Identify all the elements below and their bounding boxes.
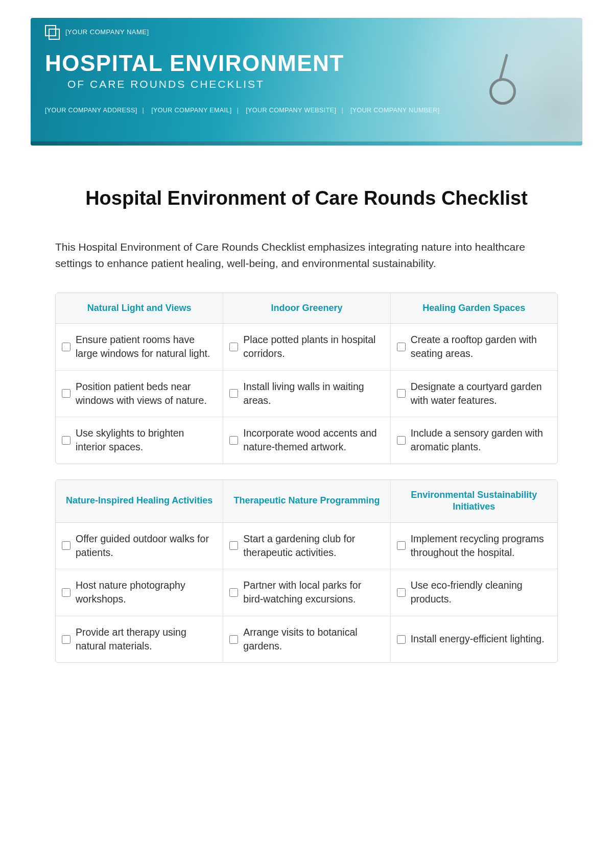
checklist-item-text: Partner with local parks for bird-watchi… (243, 578, 383, 607)
contact-website: [YOUR COMPANY WEBSITE] (246, 107, 336, 114)
checklist-item-text: Offer guided outdoor walks for patients. (76, 532, 216, 560)
checklist-item-text: Designate a courtyard garden with water … (411, 380, 550, 408)
column-header: Indoor Greenery (223, 293, 390, 324)
document-page: [YOUR COMPANY NAME] HOSPITAL ENVIRONMENT… (0, 0, 613, 709)
header-banner: [YOUR COMPANY NAME] HOSPITAL ENVIRONMENT… (31, 18, 582, 146)
checklist-checkbox[interactable] (229, 436, 238, 445)
checklist-checkbox[interactable] (397, 389, 406, 398)
checklist-item-text: Use eco-friendly cleaning products. (411, 578, 550, 607)
table-row: Offer guided outdoor walks for patients.… (56, 523, 557, 570)
contact-email: [YOUR COMPANY EMAIL] (151, 107, 232, 114)
checklist-item-text: Include a sensory garden with aromatic p… (411, 426, 550, 454)
intro-paragraph: This Hospital Environment of Care Rounds… (55, 239, 558, 272)
column-header: Nature-Inspired Healing Activities (56, 480, 223, 523)
page-title: Hospital Environment of Care Rounds Chec… (55, 186, 558, 211)
checklist-checkbox[interactable] (62, 389, 70, 398)
table-header-row: Natural Light and Views Indoor Greenery … (56, 293, 557, 324)
checklist-item-text: Incorporate wood accents and nature-them… (243, 426, 383, 454)
document-body: Hospital Environment of Care Rounds Chec… (31, 151, 582, 663)
checklist-item-text: Use skylights to brighten interior space… (76, 426, 216, 454)
checklist-checkbox[interactable] (62, 541, 70, 550)
checklist-table-1: Natural Light and Views Indoor Greenery … (55, 293, 558, 464)
contact-address: [YOUR COMPANY ADDRESS] (45, 107, 137, 114)
checklist-checkbox[interactable] (397, 635, 406, 644)
checklist-item-text: Provide art therapy using natural materi… (76, 625, 216, 654)
checklist-checkbox[interactable] (229, 635, 238, 644)
checklist-table-2: Nature-Inspired Healing Activities Thera… (55, 479, 558, 663)
checklist-checkbox[interactable] (229, 588, 238, 597)
banner-subtitle: OF CARE ROUNDS CHECKLIST (67, 78, 568, 90)
checklist-item-text: Implement recycling programs throughout … (411, 532, 550, 560)
checklist-checkbox[interactable] (397, 436, 406, 445)
checklist-checkbox[interactable] (62, 588, 70, 597)
checklist-item-text: Host nature photography workshops. (76, 578, 216, 607)
checklist-item-text: Install energy-efficient lighting. (411, 632, 550, 646)
table-row: Ensure patient rooms have large windows … (56, 324, 557, 371)
table-header-row: Nature-Inspired Healing Activities Thera… (56, 480, 557, 523)
accent-bar (31, 141, 582, 146)
checklist-item-text: Start a gardening club for therapeutic a… (243, 532, 383, 560)
column-header: Healing Garden Spaces (390, 293, 557, 324)
checklist-item-text: Ensure patient rooms have large windows … (76, 333, 216, 361)
checklist-checkbox[interactable] (62, 635, 70, 644)
checklist-checkbox[interactable] (229, 389, 238, 398)
column-header: Natural Light and Views (56, 293, 223, 324)
brand-row: [YOUR COMPANY NAME] (45, 25, 568, 38)
checklist-checkbox[interactable] (397, 541, 406, 550)
checklist-item-text: Position patient beds near windows with … (76, 380, 216, 408)
checklist-item-text: Arrange visits to botanical gardens. (243, 625, 383, 654)
banner-title: HOSPITAL ENVIRONMENT (45, 52, 568, 75)
checklist-item-text: Place potted plants in hospital corridor… (243, 333, 383, 361)
table-row: Host nature photography workshops. Partn… (56, 569, 557, 616)
contact-number: [YOUR COMPANY NUMBER] (350, 107, 440, 114)
checklist-checkbox[interactable] (397, 343, 406, 351)
column-header: Environmental Sustainability Initiatives (390, 480, 557, 523)
company-logo-icon (45, 25, 58, 38)
checklist-checkbox[interactable] (62, 343, 70, 351)
company-name: [YOUR COMPANY NAME] (65, 28, 149, 36)
checklist-checkbox[interactable] (62, 436, 70, 445)
checklist-item-text: Create a rooftop garden with seating are… (411, 333, 550, 361)
table-row: Position patient beds near windows with … (56, 371, 557, 418)
checklist-checkbox[interactable] (229, 541, 238, 550)
column-header: Therapeutic Nature Programming (223, 480, 390, 523)
contact-row: [YOUR COMPANY ADDRESS]| [YOUR COMPANY EM… (45, 107, 568, 114)
checklist-checkbox[interactable] (229, 343, 238, 351)
table-row: Use skylights to brighten interior space… (56, 417, 557, 464)
checklist-item-text: Install living walls in waiting areas. (243, 380, 383, 408)
checklist-checkbox[interactable] (397, 588, 406, 597)
table-row: Provide art therapy using natural materi… (56, 616, 557, 663)
